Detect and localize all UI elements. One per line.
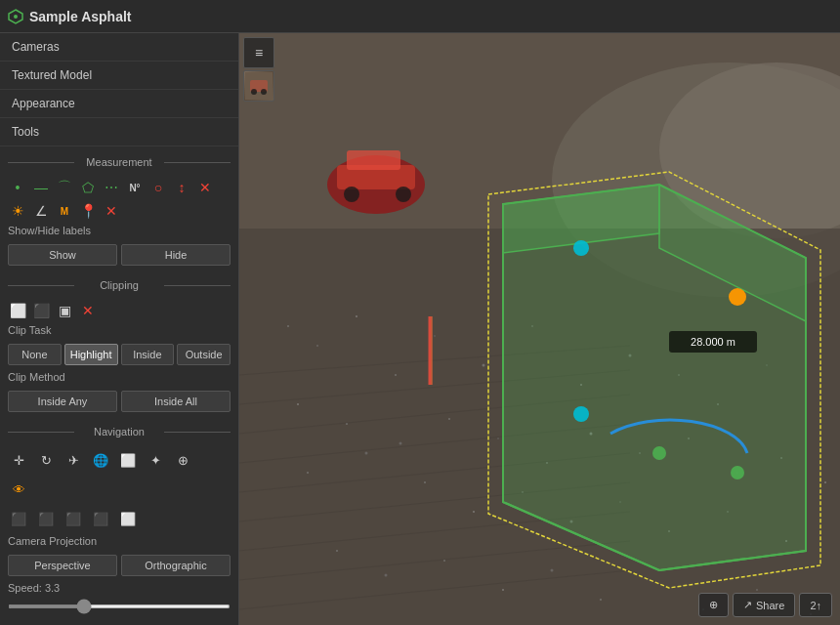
svg-point-30 (336, 550, 338, 552)
svg-point-7 (287, 325, 289, 327)
sidebar-item-tools[interactable]: Tools (0, 118, 238, 146)
svg-point-33 (502, 589, 504, 591)
nav-eye-icon[interactable]: 👁 (8, 479, 29, 500)
show-hide-row: Show Hide (0, 240, 238, 270)
inside-all-button[interactable]: Inside All (121, 391, 231, 412)
x-clear-icon[interactable]: ✕ (102, 201, 121, 221)
clip-x-icon[interactable]: ✕ (78, 301, 98, 320)
svg-point-42 (399, 442, 402, 445)
sun-icon[interactable]: ☀ (8, 201, 27, 221)
compass-N-icon[interactable]: N° (125, 178, 145, 197)
clip-outside-button[interactable]: Outside (177, 344, 231, 365)
speed-slider-container (0, 596, 238, 619)
m-icon[interactable]: M (55, 201, 74, 221)
clip-none-button[interactable]: None (8, 344, 62, 365)
sidebar-item-cameras[interactable]: Cameras (0, 33, 238, 62)
inside-any-button[interactable]: Inside Any (8, 391, 117, 412)
speed-slider[interactable] (8, 604, 231, 608)
nav-rotate-icon[interactable]: ↻ (35, 449, 57, 471)
sidebar-item-textured-model[interactable]: Textured Model (0, 62, 238, 90)
navigation-icons-row1: ✛ ↻ ✈ 🌐 ⬜ ✦ ⊕ (0, 445, 238, 475)
point-icon[interactable]: • (8, 178, 27, 197)
measurement-section-header: Measurement (8, 152, 231, 172)
measurement-icons-row2: ☀ ∠ M 📍 ✕ (0, 199, 238, 223)
clipping-icons-row: ⬜ ⬛ ▣ ✕ (0, 299, 238, 322)
zoom-out-button[interactable]: ⊕ (698, 593, 729, 617)
svg-point-20 (307, 472, 309, 474)
clip-highlight-button[interactable]: Highlight (64, 344, 118, 365)
nav-earth-icon[interactable]: 🌐 (90, 449, 111, 471)
svg-point-55 (344, 187, 359, 202)
navigation-section-header: Navigation (8, 422, 231, 441)
nav-cube1-icon[interactable]: ⬛ (8, 508, 29, 529)
svg-point-77 (731, 466, 744, 479)
svg-point-78 (652, 446, 666, 460)
view-toggle-button[interactable]: 2↑ (799, 593, 832, 617)
svg-point-38 (756, 589, 758, 591)
navigation-icons-row2: 👁 (0, 475, 238, 504)
orthographic-button[interactable]: Orthographic (121, 555, 231, 576)
share-button[interactable]: ↗ Share (733, 593, 795, 617)
polygon-icon[interactable]: ⬠ (78, 178, 98, 197)
dot-icon[interactable]: ⋯ (102, 178, 121, 197)
nav-move-icon[interactable]: ✛ (8, 449, 29, 471)
svg-point-83 (251, 89, 257, 95)
svg-point-56 (396, 187, 411, 202)
nav-cube4-icon[interactable]: ⬛ (90, 508, 111, 529)
clip-task-row: None Highlight Inside Outside (0, 340, 238, 369)
clip-inside-button[interactable]: Inside (121, 344, 175, 365)
polyline-icon[interactable]: ⌒ (55, 178, 74, 197)
nav-box-icon[interactable]: ⬜ (117, 449, 139, 471)
camera-proj-row: Perspective Orthographic (0, 551, 238, 580)
clip-rect3-icon[interactable]: ▣ (55, 301, 74, 320)
svg-point-44 (497, 438, 499, 439)
speed-label: Speed: 3.3 (0, 580, 238, 596)
share-icon: ↗ (743, 599, 752, 611)
app-logo (8, 9, 23, 24)
zoom-icon: ⊕ (709, 599, 718, 611)
nav-cube5-icon[interactable]: ⬜ (117, 508, 139, 529)
title-bar: Sample Asphalt (0, 0, 840, 33)
svg-point-34 (551, 569, 554, 572)
nav-cube2-icon[interactable]: ⬛ (35, 508, 57, 529)
angle-icon[interactable]: ∠ (31, 201, 51, 221)
svg-text:28.000 m: 28.000 m (691, 336, 735, 348)
pin-icon[interactable]: 📍 (78, 201, 98, 221)
hide-button[interactable]: Hide (121, 244, 231, 266)
camera-projection-label: Camera Projection (0, 533, 238, 551)
svg-point-43 (448, 418, 450, 420)
view-icon: 2↑ (810, 600, 821, 611)
circle-icon[interactable]: ○ (148, 178, 168, 197)
svg-rect-54 (347, 150, 400, 170)
svg-point-21 (365, 452, 368, 455)
viewport: 28.000 m ≡ ⊕ ↗ Share (239, 33, 840, 625)
nav-settings-icon[interactable]: ⊕ (172, 449, 193, 471)
app-title: Sample Asphalt (29, 9, 132, 24)
nav-fly-icon[interactable]: ✈ (63, 449, 84, 471)
svg-point-76 (729, 288, 746, 306)
svg-point-40 (297, 403, 299, 405)
menu-button[interactable]: ≡ (243, 37, 274, 68)
svg-point-35 (600, 599, 602, 601)
svg-point-1 (14, 15, 18, 19)
perspective-button[interactable]: Perspective (8, 555, 117, 576)
clip-method-label: Clip Method (0, 369, 238, 387)
svg-point-75 (573, 406, 589, 422)
clip-rect-icon[interactable]: ⬜ (8, 301, 27, 320)
measurement-icons-row1: • — ⌒ ⬠ ⋯ N° ○ ↕ ✕ (0, 176, 238, 199)
nav-cube3-icon[interactable]: ⬛ (63, 508, 84, 529)
line-icon[interactable]: — (31, 178, 51, 197)
svg-point-23 (473, 511, 475, 513)
clip-rect2-icon[interactable]: ⬛ (31, 301, 51, 320)
clip-task-label: Clip Task (0, 322, 238, 340)
height-icon[interactable]: ↕ (172, 178, 191, 197)
minimap-thumb[interactable] (243, 70, 274, 102)
show-button[interactable]: Show (8, 244, 117, 266)
x-mark-icon[interactable]: ✕ (195, 178, 215, 197)
nav-wireframe-icon[interactable]: ✦ (145, 449, 166, 471)
svg-point-9 (356, 315, 357, 317)
svg-point-10 (395, 374, 397, 376)
sidebar-item-appearance[interactable]: Appearance (0, 90, 238, 118)
svg-point-74 (573, 240, 589, 256)
svg-point-84 (261, 89, 267, 95)
